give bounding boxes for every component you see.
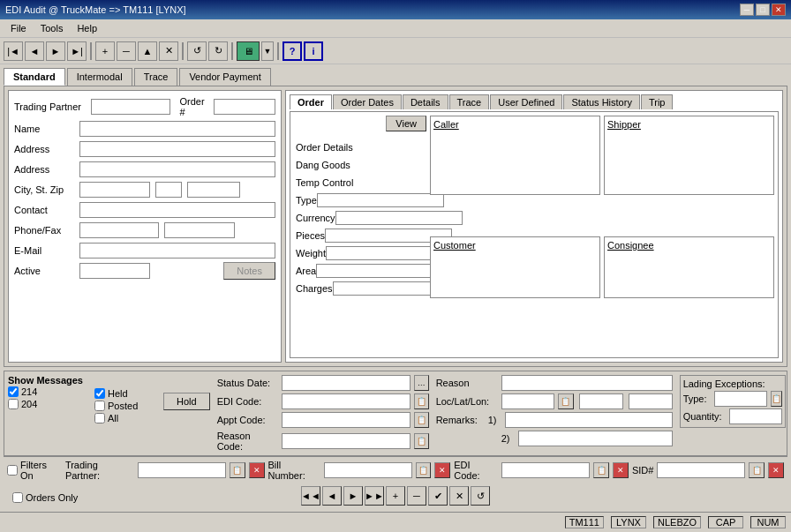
trading-partner-input[interactable]	[91, 99, 170, 115]
loclat-input1[interactable]	[501, 393, 554, 409]
right-tab-trace[interactable]: Trace	[449, 94, 490, 109]
tab-intermodal[interactable]: Intermodal	[67, 68, 132, 86]
maximize-button[interactable]: □	[756, 4, 770, 16]
up-button[interactable]: ▲	[138, 41, 157, 61]
contact-input[interactable]	[79, 202, 275, 218]
type-input[interactable]	[317, 193, 444, 207]
tp-browse-btn[interactable]: 📋	[230, 462, 245, 478]
weight-row: Weight	[294, 244, 426, 262]
checkbox-214[interactable]	[8, 386, 19, 397]
sid-browse-btn[interactable]: 📋	[749, 462, 765, 478]
dropdown-btn[interactable]: ▼	[261, 41, 274, 61]
refresh-button[interactable]: ↺	[187, 41, 207, 61]
status-date-input[interactable]	[282, 375, 411, 391]
area-input[interactable]	[316, 264, 443, 278]
trading-partner-filter-input[interactable]	[138, 462, 226, 478]
right-tab-details[interactable]: Details	[403, 94, 448, 109]
orders-only-checkbox[interactable]	[12, 492, 23, 503]
nav-cancel[interactable]: ✕	[449, 486, 469, 506]
pieces-label: Pieces	[296, 230, 325, 241]
filters-on-check: Filters On	[7, 460, 62, 481]
loclat-browse[interactable]: 📋	[558, 393, 574, 409]
state-input[interactable]	[155, 182, 182, 198]
nav-last[interactable]: ►►	[365, 486, 384, 506]
icon-btn1[interactable]: 🖥	[237, 41, 260, 61]
sid-browse-btn2[interactable]: ✕	[768, 462, 784, 478]
label-204: 204	[21, 399, 37, 409]
appt-code-input[interactable]	[282, 412, 411, 428]
checkbox-all[interactable]	[94, 413, 105, 423]
lading-type-input[interactable]	[714, 391, 767, 407]
view-button[interactable]: View	[386, 116, 426, 131]
order-number-input[interactable]	[214, 99, 275, 115]
menu-help[interactable]: Help	[70, 21, 104, 35]
edi-code-browse[interactable]: 📋	[414, 393, 429, 409]
right-tab-trip[interactable]: Trip	[641, 94, 674, 109]
bill-browse-btn[interactable]: 📋	[416, 462, 432, 478]
name-input[interactable]	[79, 121, 275, 137]
zip-input[interactable]	[187, 182, 240, 198]
tp-browse-btn2[interactable]: ✕	[249, 462, 265, 478]
edi-code-input[interactable]	[282, 393, 411, 409]
checkbox-posted[interactable]	[94, 401, 105, 411]
appt-code-browse[interactable]: 📋	[414, 412, 429, 428]
nav-next-button[interactable]: ►	[46, 41, 65, 61]
right-tab-order-dates[interactable]: Order Dates	[333, 94, 402, 109]
address1-input[interactable]	[79, 141, 275, 157]
checkbox-204[interactable]	[8, 399, 19, 409]
menu-tools[interactable]: Tools	[34, 21, 71, 35]
delete-button[interactable]: ─	[117, 41, 136, 61]
notes-button[interactable]: Notes	[223, 262, 275, 280]
x-button[interactable]: ✕	[159, 41, 178, 61]
filters-on-checkbox[interactable]	[7, 465, 18, 476]
refresh2-button[interactable]: ↻	[208, 41, 228, 61]
reason-code-input[interactable]	[282, 433, 411, 449]
edi-browse-btn2[interactable]: ✕	[613, 462, 629, 478]
edi-code-filter-input[interactable]	[501, 462, 590, 478]
nav-check[interactable]: ✔	[428, 486, 448, 506]
edi-browse-btn[interactable]: 📋	[593, 462, 609, 478]
nav-first[interactable]: ◄◄	[301, 486, 320, 506]
nav-last-button[interactable]: ►|	[67, 41, 87, 61]
active-input[interactable]	[79, 263, 150, 279]
nav-prev-button[interactable]: ◄	[25, 41, 44, 61]
menu-file[interactable]: File	[4, 21, 34, 35]
remark1-input[interactable]	[505, 412, 673, 428]
status-date-browse[interactable]: …	[414, 375, 429, 391]
nav-next[interactable]: ►	[343, 486, 363, 506]
bill-number-input[interactable]	[324, 462, 412, 478]
remark2-input[interactable]	[518, 431, 673, 446]
email-input[interactable]	[79, 243, 275, 259]
loclat-input2[interactable]	[579, 393, 623, 409]
hold-button[interactable]: Hold	[163, 393, 210, 410]
reason-input[interactable]	[501, 375, 673, 391]
nav-first-button[interactable]: |◄	[4, 41, 23, 61]
right-tab-order[interactable]: Order	[290, 94, 332, 109]
info-button[interactable]: i	[304, 41, 323, 61]
phone-input[interactable]	[79, 222, 159, 238]
minimize-button[interactable]: ─	[740, 4, 754, 16]
lading-qty-input[interactable]	[729, 408, 782, 424]
nav-add[interactable]: +	[386, 486, 405, 506]
nav-remove[interactable]: ─	[407, 486, 426, 506]
weight-label: Weight	[296, 248, 326, 259]
fax-input[interactable]	[164, 222, 235, 238]
nav-prev[interactable]: ◄	[322, 486, 342, 506]
city-input[interactable]	[79, 182, 150, 198]
help-button[interactable]: ?	[282, 41, 302, 61]
checkbox-held[interactable]	[94, 388, 105, 399]
reason-code-browse[interactable]: 📋	[414, 433, 429, 449]
tab-trace[interactable]: Trace	[134, 68, 178, 86]
add-button[interactable]: +	[95, 41, 115, 61]
loclat-input3[interactable]	[629, 393, 673, 409]
nav-refresh[interactable]: ↺	[471, 486, 490, 506]
bill-browse-btn2[interactable]: ✕	[434, 462, 450, 478]
close-button[interactable]: ✕	[772, 4, 786, 16]
right-tab-user-defined[interactable]: User Defined	[490, 94, 562, 109]
address2-input[interactable]	[79, 161, 275, 177]
tab-vendor-payment[interactable]: Vendor Payment	[179, 68, 270, 86]
right-tab-status-history[interactable]: Status History	[563, 94, 639, 109]
sid-input[interactable]	[657, 462, 745, 478]
lading-type-browse[interactable]: 📋	[771, 391, 782, 407]
tab-standard[interactable]: Standard	[4, 68, 65, 86]
